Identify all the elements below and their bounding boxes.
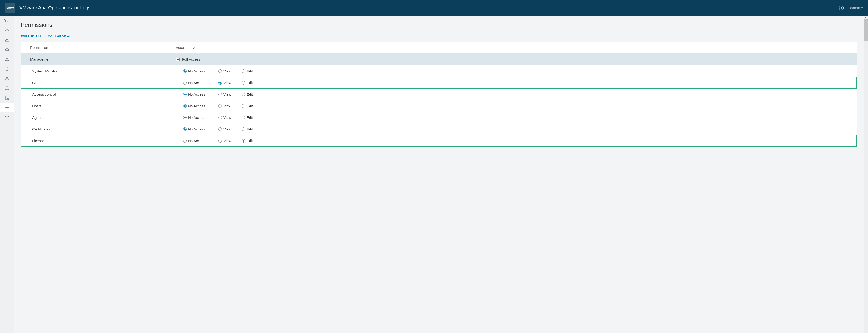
radio-label: No Access [188,139,205,143]
radio-option-view[interactable]: View [218,104,235,108]
radio-option-no_access[interactable]: No Access [183,115,212,120]
radio-icon [218,127,222,131]
sidebar-item-alerts[interactable]: › [0,54,14,64]
permission-name: System Monitor [21,69,176,73]
radio-option-view[interactable]: View [218,81,235,85]
group-toggle-management[interactable]: ▾ Management [21,57,176,61]
radio-option-edit[interactable]: Edit [242,139,256,143]
radio-option-edit[interactable]: Edit [242,81,256,85]
radio-icon [183,69,187,73]
alert-icon [5,57,9,62]
sidebar-item-content[interactable] [0,64,14,74]
permission-name: Agents [21,115,176,120]
info-icon[interactable]: ! [839,6,844,10]
main-content: Permissions EXPAND ALL COLLAPSE ALL Perm… [14,16,864,333]
radio-option-view[interactable]: View [218,127,235,131]
vmw-logo-text: vmw [6,6,14,10]
radio-option-edit[interactable]: Edit [242,104,256,108]
radio-option-edit[interactable]: Edit [242,69,256,73]
svg-point-5 [7,60,7,60]
radio-option-no_access[interactable]: No Access [183,69,212,73]
radio-label: Edit [247,69,253,73]
permission-row: CertificatesNo AccessViewEdit [21,124,857,135]
radio-label: No Access [188,81,205,85]
svg-line-19 [8,108,8,109]
sidebar-item-tools[interactable]: › [0,112,14,122]
expand-collapse-actions: EXPAND ALL COLLAPSE ALL [21,35,857,38]
radio-icon [183,93,187,96]
sidebar-item-cloud[interactable]: › [0,45,14,54]
radio-label: View [223,127,231,131]
page-title: Permissions [21,22,857,28]
svg-point-25 [5,116,6,117]
sidebar-item-dashboard[interactable] [0,25,14,35]
radio-icon [218,139,222,142]
access-level-options: No AccessViewEdit [176,127,857,131]
radio-icon [183,127,187,131]
chevron-right-icon: › [11,58,12,60]
svg-line-2 [7,30,8,31]
sidebar-item-explore[interactable] [0,35,14,45]
radio-icon [242,81,245,85]
body-wrap: › › › [0,16,868,333]
group-label: Management [30,57,52,61]
vmw-logo: vmw [5,3,15,13]
gear-icon [5,105,9,110]
radio-option-edit[interactable]: Edit [242,115,256,120]
radio-option-no_access[interactable]: No Access [183,81,212,85]
tristate-checkbox[interactable] [176,58,180,61]
sidebar-pin-toggle[interactable] [0,17,14,25]
product-title: VMware Aria Operations for Logs [19,5,91,11]
collapse-all-link[interactable]: COLLAPSE ALL [48,35,73,38]
permission-row: Access controlNo AccessViewEdit [21,89,857,100]
radio-option-no_access[interactable]: No Access [183,104,212,108]
radio-icon [242,69,245,73]
radio-option-edit[interactable]: Edit [242,92,256,96]
svg-rect-9 [5,89,6,90]
sidebar-item-settings[interactable]: › [0,103,14,112]
radio-label: No Access [188,127,205,131]
radio-label: Edit [247,104,253,108]
access-level-options: No AccessViewEdit [176,115,857,120]
table-header: Permission Access Level [21,42,857,54]
sidebar-item-report[interactable] [0,93,14,103]
radio-label: No Access [188,69,205,73]
scroll-up-arrow-icon: ▲ [865,16,867,19]
radio-option-no_access[interactable]: No Access [183,139,212,143]
permission-name: Hosts [21,104,176,108]
permission-row: ClusterNo AccessViewEdit [21,77,857,89]
vertical-scrollbar[interactable]: ▲ [864,16,868,333]
radio-icon [242,127,245,131]
user-menu[interactable]: admin ▾ [850,6,863,10]
radio-icon [218,69,222,73]
radio-option-no_access[interactable]: No Access [183,127,212,131]
sidebar-item-topology[interactable]: › [0,84,14,93]
radio-icon [183,104,187,108]
svg-point-26 [6,117,7,118]
chevron-right-icon: › [11,48,12,51]
group-state-label: Full Access [182,57,200,61]
expand-all-link[interactable]: EXPAND ALL [21,35,42,38]
radio-option-view[interactable]: View [218,139,235,143]
access-level-options: No AccessViewEdit [176,69,857,73]
topology-icon [5,86,9,91]
radio-label: View [223,139,231,143]
radio-option-no_access[interactable]: No Access [183,92,212,96]
radio-icon [218,81,222,85]
permission-name: License [21,139,176,143]
svg-line-18 [6,106,6,107]
radio-option-view[interactable]: View [218,69,235,73]
scrollbar-thumb[interactable] [864,19,868,41]
svg-point-7 [7,77,8,79]
permission-name: Cluster [21,81,176,85]
radio-label: Edit [247,127,253,131]
chevron-down-icon: ▾ [26,58,28,61]
radio-icon [183,139,187,142]
radio-option-view[interactable]: View [218,115,235,120]
sidebar-item-sources[interactable] [0,74,14,84]
radio-option-edit[interactable]: Edit [242,127,256,131]
radio-label: View [223,69,231,73]
radio-option-view[interactable]: View [218,92,235,96]
header-right: ! admin ▾ [839,6,863,10]
radio-label: Edit [247,92,253,96]
